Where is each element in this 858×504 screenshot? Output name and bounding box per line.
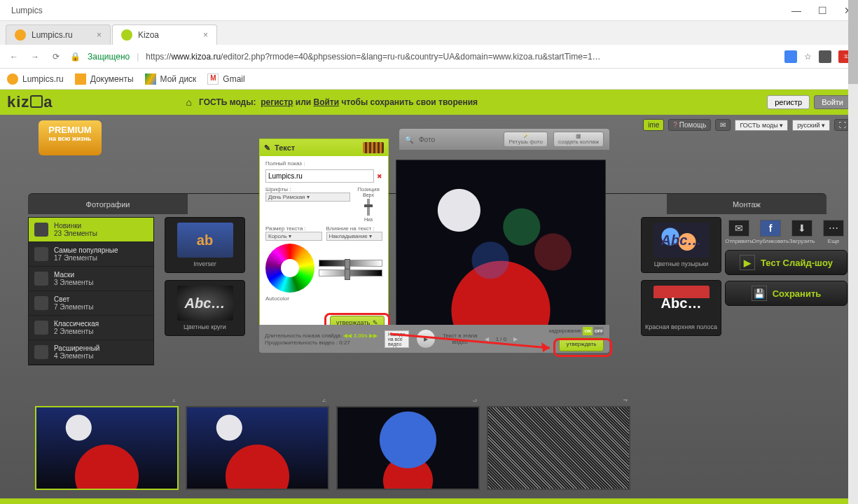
star-icon[interactable]: ☆ [804, 52, 812, 62]
bookmark-docs[interactable]: Документы [75, 74, 134, 85]
opacity-slider[interactable] [319, 270, 382, 276]
prev-icon[interactable]: ◀ [485, 336, 489, 342]
category-popular[interactable]: Самые популярные17 Элементы [29, 242, 153, 267]
nav-reload-icon[interactable]: ⟳ [49, 52, 63, 62]
home-icon[interactable]: ⌂ [186, 97, 192, 108]
style-inverser[interactable]: abInverser [165, 217, 245, 273]
filmstrip-icon [363, 142, 384, 153]
crop-toggle[interactable]: кадрирование ON OFF [549, 327, 604, 335]
photo-label: Фото [419, 136, 435, 144]
retouch-button[interactable]: 🪄Ретушь фото [504, 132, 548, 147]
tab-photos[interactable]: Фотографии [28, 193, 188, 214]
timeline-slide-4[interactable]: 4 [487, 406, 630, 490]
clear-text-icon[interactable]: ✖ [377, 173, 382, 180]
vertical-scrollbar[interactable] [848, 0, 858, 504]
extension-icons: ☆ 32 [784, 50, 851, 63]
bookmarks-bar: Lumpics.ru Документы Мой диск MGmail [0, 69, 858, 90]
tab-close-icon[interactable]: × [203, 30, 208, 40]
category-advanced[interactable]: Расширенный4 Элементы [29, 340, 153, 365]
guest-dropdown[interactable]: ГОСТЬ моды ▾ [735, 120, 788, 131]
app-header: kiza ⌂ ГОСТЬ моды: регистр или Войти что… [0, 90, 858, 115]
premium-badge[interactable]: PREMIUM на всю жизнь [39, 120, 102, 155]
next-icon[interactable]: ▶ [513, 336, 518, 342]
test-slideshow-button[interactable]: ▶Тест Слайд-шоу [725, 250, 847, 275]
apply-all-button[interactable]: Наведи на все видео [385, 330, 409, 348]
timeline[interactable]: 1 2 3 4 [28, 399, 826, 497]
nav-forward-icon[interactable]: → [28, 52, 42, 62]
timeline-slide-1[interactable]: 1 [35, 406, 179, 490]
tab-label: Kizoa [138, 30, 159, 40]
register-button[interactable]: регистр [767, 95, 810, 109]
font-select[interactable]: День Римская ▾ [265, 192, 350, 202]
effect-select[interactable]: Накладывание ▾ [326, 232, 383, 241]
window-maximize[interactable]: ☐ [818, 5, 827, 16]
bookmark-lumpics[interactable]: Lumpics.ru [7, 74, 64, 85]
mail-icon[interactable]: ✉ [715, 119, 731, 131]
favicon [15, 29, 26, 41]
slide-preview[interactable] [396, 160, 606, 328]
login-button[interactable]: Войти [814, 95, 851, 109]
more-button[interactable]: ⋯Еще [819, 220, 847, 244]
ext-icon[interactable] [819, 50, 831, 63]
play-button[interactable]: ▶ [416, 329, 436, 349]
playback-controls: Длительность показа слайда: ◀◀ 3.00s ▶▶ … [259, 325, 609, 353]
text-input[interactable] [265, 169, 374, 183]
category-novinki[interactable]: Новинки23 Элементы▶ [29, 218, 153, 242]
edit-popup: 🔍 Фото 🪄Ретушь фото ▦создать коллаж ✎Тек… [259, 129, 609, 353]
category-light[interactable]: Свет7 Элементы [29, 291, 153, 316]
category-list: Новинки23 Элементы▶ Самые популярные17 Э… [28, 217, 154, 365]
window-titlebar: Lumpics — ☐ ✕ [0, 0, 858, 21]
text-style-grid-right: Abc…Цветные пузырьки Abc…Красная верхняя… [641, 217, 718, 336]
window-title: Lumpics [6, 6, 43, 15]
timeline-slide-3[interactable]: 3 [336, 406, 480, 490]
browser-tabstrip: Lumpics.ru × Kizoa × [0, 21, 858, 45]
lock-icon: 🔒 [70, 52, 81, 62]
address-bar: ← → ⟳ 🔒 Защищено | https://www.kizoa.ru/… [0, 45, 858, 69]
kizoa-logo: kiza [7, 93, 53, 111]
bookmark-drive[interactable]: Мой диск [145, 74, 197, 85]
window-minimize[interactable]: — [791, 5, 801, 16]
pencil-icon: ✎ [264, 144, 270, 153]
footer-bar [0, 498, 858, 504]
photo-bar: 🔍 Фото 🪄Ретушь фото ▦создать коллаж [399, 129, 609, 150]
secure-label: Защищено [88, 52, 130, 62]
nav-back-icon[interactable]: ← [7, 52, 21, 62]
tab-label: Lumpics.ru [32, 30, 73, 40]
style-bubbles[interactable]: Abc…Цветные пузырьки [641, 217, 721, 273]
guest-message: ГОСТЬ моды: регистр или Войти чтобы сохр… [199, 97, 478, 107]
tab-montage[interactable]: Монтаж [667, 193, 826, 214]
send-button[interactable]: ✉Отправить [725, 220, 753, 244]
text-style-grid: abInverser Abc…Цветные круги [165, 217, 256, 336]
browser-tab-kizoa[interactable]: Kizoa × [112, 24, 217, 45]
editor-canvas: PREMIUM на всю жизнь ime ?Помощь ✉ ГОСТЬ… [0, 115, 858, 504]
bookmark-gmail[interactable]: MGmail [207, 74, 244, 85]
login-link[interactable]: Войти [313, 97, 339, 107]
color-wheel[interactable] [265, 244, 314, 293]
position-slider[interactable] [367, 199, 370, 216]
collage-button[interactable]: ▦создать коллаж [553, 132, 604, 147]
style-red-stripe[interactable]: Abc…Красная верхняя полоса [641, 280, 721, 336]
magnifier-icon[interactable]: 🔍 [405, 136, 413, 144]
top-toolbar: ime ?Помощь ✉ ГОСТЬ моды ▾ русский ▾ ⛶ [643, 119, 851, 131]
style-circles[interactable]: Abc…Цветные круги [165, 280, 245, 336]
size-select[interactable]: Король ▾ [265, 232, 322, 241]
autocolor-label[interactable]: Autocolor [265, 295, 382, 302]
help-button[interactable]: ?Помощь [668, 119, 711, 131]
category-masks[interactable]: Маски3 Элементы [29, 267, 153, 291]
tab-close-icon[interactable]: × [97, 30, 102, 40]
save-button[interactable]: 💾Сохранить [725, 281, 847, 306]
timeline-slide-2[interactable]: 2 [186, 406, 329, 490]
text-panel: ✎Текст Полный показ : ✖ Шрифты : День Ри… [259, 139, 389, 335]
browser-tab-lumpics[interactable]: Lumpics.ru × [6, 24, 111, 45]
action-panel: ✉Отправить fОпубликовать ⬇Загрузить ⋯Еще… [725, 220, 847, 306]
publish-button[interactable]: fОпубликовать [756, 220, 784, 244]
download-button[interactable]: ⬇Загрузить [788, 220, 816, 244]
lang-dropdown[interactable]: русский ▾ [792, 120, 830, 131]
brightness-slider[interactable] [319, 260, 382, 267]
approve-button-main[interactable]: утверждать [559, 337, 604, 351]
ime-button[interactable]: ime [643, 119, 664, 131]
category-classic[interactable]: Классическая2 Элементы [29, 316, 153, 340]
url-field[interactable]: https://www.kizoa.ru/editor2.php?rmode=4… [146, 52, 777, 62]
translate-icon[interactable] [784, 50, 797, 63]
register-link[interactable]: регистр [261, 97, 293, 107]
